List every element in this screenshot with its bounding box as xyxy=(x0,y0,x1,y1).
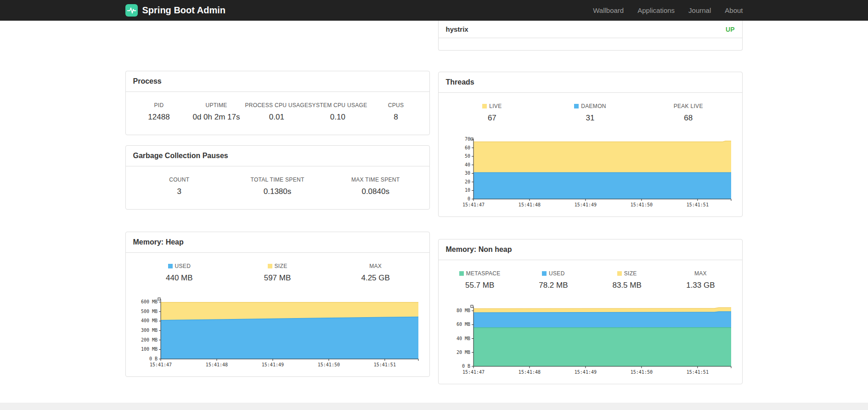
metric-value: 0d 0h 2m 17s xyxy=(188,113,245,122)
nav-applications[interactable]: Applications xyxy=(637,6,675,14)
gc-pauses-panel: Garbage Collection Pauses COUNT 3 TOTAL … xyxy=(125,145,430,210)
metric-label: USED xyxy=(517,270,590,277)
svg-text:15:41:51: 15:41:51 xyxy=(373,362,395,367)
size-legend-swatch xyxy=(268,264,272,268)
metric-value: 67 xyxy=(443,114,541,123)
gc-metrics: COUNT 3 TOTAL TIME SPENT 0.1380s MAX TIM… xyxy=(126,166,429,209)
memory-heap-chart: 0 B100 MB200 MB300 MB400 MB500 MB600 MB1… xyxy=(126,296,429,376)
threads-panel-title: Threads xyxy=(439,72,742,93)
navbar: Spring Boot Admin Wallboard Applications… xyxy=(0,0,868,21)
threads-chart: 01020304050607015:41:4715:41:4815:41:491… xyxy=(439,136,742,216)
metric-system-cpu-usage: SYSTEM CPU USAGE 0.10 xyxy=(308,102,367,122)
svg-text:70: 70 xyxy=(464,137,470,142)
metric-value: 78.2 MB xyxy=(517,281,590,290)
navbar-links: Wallboard Applications Journal About xyxy=(593,6,743,14)
metric-label: METASPACE xyxy=(443,270,517,277)
svg-text:20 MB: 20 MB xyxy=(456,350,470,355)
threads-panel: Threads LIVE 67 DAEMON 31 PEAK LIVE 68 xyxy=(438,72,743,217)
svg-text:500 MB: 500 MB xyxy=(141,309,157,314)
metric-value: 68 xyxy=(639,114,738,123)
metric-label-text: SIZE xyxy=(275,263,287,269)
metric-value: 0.1380s xyxy=(228,187,327,196)
svg-text:0 B: 0 B xyxy=(462,364,470,369)
daemon-legend-swatch xyxy=(574,104,579,108)
metric-label-text: SIZE xyxy=(624,270,637,277)
metric-value: 597 MB xyxy=(228,273,327,283)
size-legend-swatch xyxy=(617,271,622,276)
threads-legend: LIVE 67 DAEMON 31 PEAK LIVE 68 xyxy=(439,93,742,136)
metric-label: USED xyxy=(130,263,229,269)
svg-text:15:41:51: 15:41:51 xyxy=(686,202,708,207)
metric-label: PEAK LIVE xyxy=(639,103,738,109)
svg-text:80 MB: 80 MB xyxy=(456,308,470,313)
metric-nonheap-metaspace: METASPACE 55.7 MB xyxy=(443,270,517,290)
svg-text:40: 40 xyxy=(464,162,470,167)
metric-threads-peak-live: PEAK LIVE 68 xyxy=(639,103,738,123)
metric-label: CPUS xyxy=(367,102,424,108)
svg-text:15:41:48: 15:41:48 xyxy=(518,202,540,207)
process-panel: Process PID 12488 UPTIME 0d 0h 2m 17s PR… xyxy=(125,71,430,135)
left-column: Process PID 12488 UPTIME 0d 0h 2m 17s PR… xyxy=(125,21,430,384)
svg-text:30: 30 xyxy=(464,171,470,176)
metric-threads-daemon: DAEMON 31 xyxy=(541,103,639,123)
svg-text:15:41:49: 15:41:49 xyxy=(574,370,596,375)
metric-label: SIZE xyxy=(590,270,664,277)
memory-nonheap-panel: Memory: Non heap METASPACE 55.7 MB USED … xyxy=(438,239,743,384)
metric-uptime: UPTIME 0d 0h 2m 17s xyxy=(188,102,245,122)
metric-value: 83.5 MB xyxy=(590,281,664,290)
metric-threads-live: LIVE 67 xyxy=(443,103,541,123)
process-metrics: PID 12488 UPTIME 0d 0h 2m 17s PROCESS CP… xyxy=(126,92,429,135)
metric-label: SIZE xyxy=(228,263,327,269)
right-column: hystrix UP Threads LIVE 67 DAEMON 31 xyxy=(438,21,743,384)
metric-label-text: METASPACE xyxy=(466,270,501,277)
used-legend-swatch xyxy=(168,264,173,268)
nav-about[interactable]: About xyxy=(725,6,743,14)
nav-wallboard[interactable]: Wallboard xyxy=(593,6,624,14)
svg-text:15:41:47: 15:41:47 xyxy=(149,362,171,367)
metric-value: 12488 xyxy=(130,113,188,122)
metric-value: 55.7 MB xyxy=(443,281,517,290)
metric-cpus: CPUS 8 xyxy=(367,102,424,122)
memory-nonheap-legend: METASPACE 55.7 MB USED 78.2 MB SIZE 83.5… xyxy=(439,260,742,303)
applications-panel-partial: hystrix UP xyxy=(438,21,743,51)
svg-text:0: 0 xyxy=(467,196,470,201)
svg-text:15:41:47: 15:41:47 xyxy=(462,370,484,375)
metric-label: PID xyxy=(130,102,188,108)
metric-label: UPTIME xyxy=(188,102,245,108)
threads-chart-svg: 01020304050607015:41:4715:41:4815:41:491… xyxy=(445,136,735,211)
navbar-inner: Spring Boot Admin Wallboard Applications… xyxy=(118,4,750,17)
metric-nonheap-max: MAX 1.33 GB xyxy=(664,270,737,290)
application-row-hystrix[interactable]: hystrix UP xyxy=(439,21,742,38)
metric-label-text: USED xyxy=(549,270,565,277)
memory-nonheap-chart: 0 B20 MB40 MB60 MB80 MB15:41:4715:41:481… xyxy=(439,303,742,384)
svg-text:200 MB: 200 MB xyxy=(141,337,157,342)
svg-text:40 MB: 40 MB xyxy=(456,336,470,341)
spring-boot-admin-logo-icon xyxy=(125,4,138,17)
svg-text:0 B: 0 B xyxy=(149,356,157,361)
svg-text:15:41:48: 15:41:48 xyxy=(518,370,540,375)
metric-label: LIVE xyxy=(443,103,541,109)
live-legend-swatch xyxy=(482,104,487,108)
metric-label: TOTAL TIME SPENT xyxy=(228,177,327,183)
metric-heap-used: USED 440 MB xyxy=(130,263,229,283)
memory-heap-panel: Memory: Heap USED 440 MB SIZE 597 MB MAX xyxy=(125,232,430,377)
metric-value: 8 xyxy=(367,113,424,122)
svg-text:15:41:49: 15:41:49 xyxy=(574,202,596,207)
svg-text:15:41:50: 15:41:50 xyxy=(317,362,339,367)
process-panel-title: Process xyxy=(126,71,429,92)
svg-text:600 MB: 600 MB xyxy=(141,299,157,304)
metric-heap-max: MAX 4.25 GB xyxy=(327,263,425,283)
brand-link[interactable]: Spring Boot Admin xyxy=(125,4,225,17)
main-content: Process PID 12488 UPTIME 0d 0h 2m 17s PR… xyxy=(125,21,743,384)
metric-heap-size: SIZE 597 MB xyxy=(228,263,327,283)
metric-value: 31 xyxy=(541,114,639,123)
svg-text:15:41:49: 15:41:49 xyxy=(261,362,283,367)
gc-panel-title: Garbage Collection Pauses xyxy=(126,146,429,166)
svg-text:15:41:48: 15:41:48 xyxy=(205,362,227,367)
svg-text:20: 20 xyxy=(464,179,470,184)
metric-label: MAX TIME SPENT xyxy=(327,177,425,183)
svg-text:60 MB: 60 MB xyxy=(456,322,470,327)
svg-text:50: 50 xyxy=(464,154,470,159)
nav-journal[interactable]: Journal xyxy=(688,6,711,14)
metric-value: 0.0840s xyxy=(327,187,425,196)
